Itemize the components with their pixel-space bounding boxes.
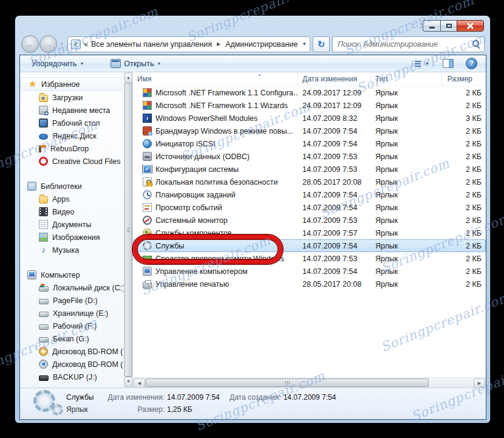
vertical-scrollbar-thumb[interactable]: [124, 83, 132, 377]
organize-caret-icon: ▼: [80, 61, 84, 66]
sidebar-section-computer[interactable]: Компьютер: [20, 269, 123, 281]
sidebar-section-star[interactable]: ★ Избранное: [20, 77, 122, 91]
sidebar-section-libraries[interactable]: Библиотеки: [20, 180, 123, 193]
sidebar-item[interactable]: Яндекс.Диск: [20, 129, 123, 142]
horizontal-scroll-track[interactable]: [146, 378, 473, 388]
file-row[interactable]: Microsoft .NET Framework 1.1 Configura..…: [133, 86, 486, 99]
drive-icon: [39, 299, 49, 304]
file-name: Инициатор iSCSI: [155, 140, 216, 148]
file-row[interactable]: Управление печатью 28.05.2017 20:08 Ярлы…: [133, 278, 486, 290]
file-name: Управление компьютером: [155, 267, 248, 276]
control-panel-icon: ✓: [71, 39, 81, 49]
file-size: 2 КБ: [442, 165, 486, 174]
horizontal-scrollbar-thumb[interactable]: [146, 378, 429, 387]
details-item-name: Службы: [66, 393, 94, 402]
sidebar-item[interactable]: PageFile (D:): [20, 294, 123, 307]
horizontal-scrollbar[interactable]: ◀ ▶: [133, 377, 486, 388]
net-icon: [143, 101, 152, 110]
command-bar: Упорядочить ▼ Открыть ▼ ▼: [20, 55, 486, 72]
sidebar-item[interactable]: Creative Cloud Files: [20, 155, 123, 168]
address-bar[interactable]: ✓ « Все элементы панели управления ▶ Адм…: [67, 36, 310, 52]
address-dropdown-icon[interactable]: ▼: [301, 41, 308, 47]
drive-icon: [39, 337, 49, 343]
file-size: 2 КБ: [442, 280, 486, 289]
breadcrumb-root[interactable]: Все элементы панели управления: [91, 40, 212, 49]
sidebar-item[interactable]: Рабочий (F:): [20, 320, 123, 332]
column-header-modified[interactable]: Дата изменения: [298, 72, 371, 86]
file-type: Ярлык: [371, 204, 442, 212]
sidebar-item[interactable]: Видео: [20, 205, 123, 218]
sidebar-item[interactable]: [20, 383, 123, 388]
scroll-up-button[interactable]: ▲: [124, 73, 132, 83]
breadcrumb-chevrons[interactable]: «: [84, 40, 88, 49]
file-name: Источники данных (ODBC): [155, 152, 250, 161]
column-header-name[interactable]: Имя: [133, 72, 298, 86]
sidebar-vertical-scrollbar[interactable]: ▲ ▼: [123, 72, 133, 388]
refresh-button[interactable]: ↻: [313, 36, 330, 52]
open-button[interactable]: Открыть ▼: [106, 57, 165, 70]
column-header-type[interactable]: Тип: [371, 72, 442, 86]
file-row[interactable]: Управление компьютером 14.07.2009 7:54 Я…: [133, 265, 486, 278]
file-row[interactable]: Средство проверки памяти Windows 14.07.2…: [133, 252, 486, 265]
folder-download-icon: [39, 95, 48, 102]
scroll-right-button[interactable]: ▶: [474, 378, 485, 388]
sidebar-item[interactable]: Дисковод BD-ROM (I:): [20, 358, 123, 371]
sidebar-item[interactable]: Бекап (G:): [20, 332, 123, 345]
drive-dark-icon: [39, 375, 49, 381]
search-input[interactable]: [336, 39, 472, 49]
file-modified: 14.07.2009 7:54: [298, 127, 371, 135]
sidebar-item[interactable]: Изображения: [20, 231, 123, 244]
sidebar-item[interactable]: Недавние места: [20, 104, 123, 117]
sidebar-item[interactable]: Хранилище (E:): [20, 307, 123, 320]
file-row[interactable]: Службы компонентов 14.07.2009 7:57 Ярлык…: [133, 227, 486, 239]
sidebar-item[interactable]: ♪ Музыка: [20, 244, 123, 256]
sidebar-item[interactable]: Apps: [20, 193, 123, 205]
file-row[interactable]: Инициатор iSCSI 14.07.2009 7:54 Ярлык 2 …: [133, 137, 486, 150]
help-button[interactable]: ?: [465, 56, 478, 70]
search-box[interactable]: [332, 36, 485, 52]
sidebar-item[interactable]: Дисковод BD-ROM (H:): [20, 345, 123, 358]
file-row[interactable]: Брандмауэр Windows в режиме повы... 14.0…: [133, 125, 486, 137]
minimize-button[interactable]: [423, 20, 440, 32]
file-row[interactable]: ›Windows PowerShell Modules 14.07.2009 8…: [133, 112, 486, 125]
title-bar[interactable]: [15, 16, 490, 34]
maximize-button[interactable]: [440, 20, 457, 32]
scroll-down-button[interactable]: ▼: [124, 377, 132, 387]
file-name: Планировщик заданий: [155, 191, 236, 199]
breadcrumb-current[interactable]: Администрирование: [225, 40, 298, 49]
sidebar-item[interactable]: Рабочий стол: [20, 117, 123, 129]
change-view-button[interactable]: ▼: [409, 58, 432, 69]
sidebar-item[interactable]: Загрузки: [20, 91, 123, 104]
file-type: Ярлык: [371, 140, 442, 148]
file-row[interactable]: Microsoft .NET Framework 1.1 Wizards 24.…: [133, 99, 486, 112]
firewall-icon: [143, 126, 152, 135]
history-dropdown-icon[interactable]: ▼: [60, 42, 64, 46]
file-name: Средство проверки памяти Windows: [155, 255, 284, 263]
back-button[interactable]: ←: [21, 35, 39, 53]
file-row-selected[interactable]: Службы 14.07.2009 7:54 Ярлык 2 КБ: [133, 239, 486, 252]
file-row[interactable]: Локальная политика безопасности 28.05.20…: [133, 176, 486, 188]
file-modified: 24.09.2017 12:09: [298, 101, 371, 110]
file-row[interactable]: Планировщик заданий 14.07.2009 7:54 Ярлы…: [133, 188, 486, 201]
file-row[interactable]: Источники данных (ODBC) 14.07.2009 7:53 …: [133, 150, 486, 163]
close-button[interactable]: [457, 20, 484, 32]
details-size-value: 1,25 КБ: [167, 405, 192, 414]
file-size: 2 КБ: [442, 152, 486, 161]
sidebar-item[interactable]: Документы: [20, 218, 123, 231]
organize-button[interactable]: Упорядочить ▼: [27, 58, 88, 70]
file-size: 2 КБ: [442, 101, 486, 110]
file-row[interactable]: Системный монитор 14.07.2009 7:53 Ярлык …: [133, 214, 486, 227]
file-type: Ярлык: [371, 267, 442, 276]
scroll-down-icon: ▼: [126, 379, 131, 383]
forward-button[interactable]: →: [39, 35, 57, 53]
preview-pane-button[interactable]: [440, 57, 456, 70]
sidebar-item[interactable]: Локальный диск (C:): [20, 281, 123, 294]
breadcrumb-separator-icon: ▶: [215, 41, 222, 47]
column-header-size[interactable]: Размер: [442, 72, 486, 86]
scroll-left-icon: ◀: [138, 381, 141, 385]
scroll-left-button[interactable]: ◀: [134, 378, 145, 388]
file-row[interactable]: Просмотр событий 14.07.2009 7:54 Ярлык 2…: [133, 201, 486, 214]
file-row[interactable]: ✓Конфигурация системы 14.07.2009 7:53 Яр…: [133, 163, 486, 176]
sidebar-item[interactable]: RebusDrop: [20, 142, 123, 155]
sidebar-item[interactable]: BACKUP (J:): [20, 371, 123, 383]
